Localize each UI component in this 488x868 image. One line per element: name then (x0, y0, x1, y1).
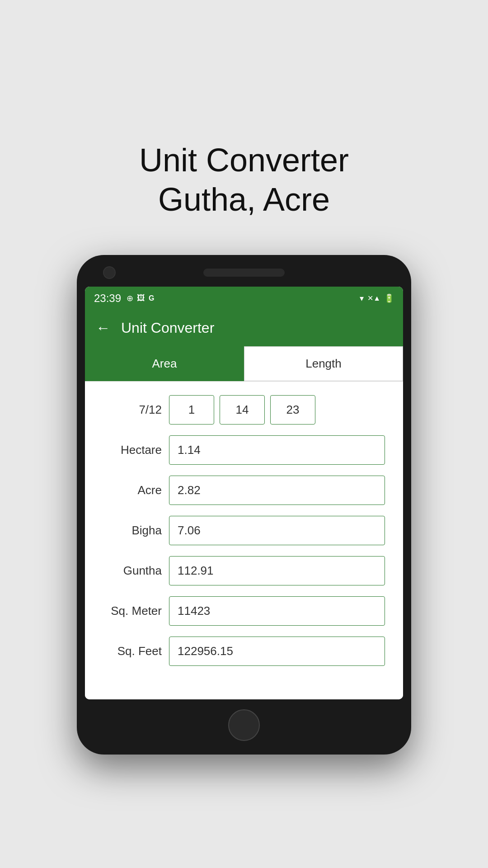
google-icon: G (149, 294, 154, 302)
converter-content: 7/12 Hectare Acre (85, 382, 403, 699)
acre-label: Acre (103, 483, 162, 497)
wifi-icon: ▾ (360, 293, 364, 303)
status-bar-left: 23:39 ⊕ 🖼 G (94, 292, 155, 305)
bigha-input[interactable] (169, 516, 385, 545)
sq-meter-input-wrapper (169, 596, 385, 626)
status-bar: 23:39 ⊕ 🖼 G ▾ ✕▲ 🔋 (85, 287, 403, 310)
phone-camera (103, 266, 116, 279)
hectare-row: Hectare (103, 435, 385, 465)
tab-bar: Area Length (85, 346, 403, 382)
sq-feet-row: Sq. Feet (103, 637, 385, 666)
battery-add-icon: ⊕ (127, 293, 133, 303)
guntha-input[interactable] (169, 556, 385, 585)
acre-input-wrapper (169, 476, 385, 505)
status-icons-left: ⊕ 🖼 G (127, 293, 154, 303)
bigha-input-wrapper (169, 516, 385, 545)
battery-level-icon: 🔋 (384, 293, 394, 303)
fraction-label: 7/12 (103, 403, 162, 417)
sq-meter-row: Sq. Meter (103, 596, 385, 626)
app-bar-title: Unit Converter (121, 320, 214, 336)
guntha-label: Guntha (103, 564, 162, 578)
phone-speaker (203, 269, 285, 277)
signal-icon: ✕▲ (367, 294, 380, 302)
guntha-row: Guntha (103, 556, 385, 585)
phone-device: 23:39 ⊕ 🖼 G ▾ ✕▲ 🔋 ← Unit Converter (77, 255, 411, 755)
hectare-input-wrapper (169, 435, 385, 465)
bigha-label: Bigha (103, 524, 162, 538)
hectare-input[interactable] (169, 435, 385, 465)
tab-area[interactable]: Area (85, 346, 244, 381)
fraction-row: 7/12 (103, 395, 385, 425)
phone-screen: 23:39 ⊕ 🖼 G ▾ ✕▲ 🔋 ← Unit Converter (85, 287, 403, 699)
page-title-line2: Gutha, Acre (139, 180, 349, 219)
tab-length[interactable]: Length (244, 346, 403, 381)
fraction-input-1[interactable] (169, 395, 214, 425)
phone-bottom (85, 709, 403, 741)
back-button[interactable]: ← (96, 320, 110, 336)
image-icon: 🖼 (137, 293, 145, 303)
fraction-input-3[interactable] (270, 395, 315, 425)
sq-feet-label: Sq. Feet (103, 644, 162, 658)
guntha-input-wrapper (169, 556, 385, 585)
home-button[interactable] (228, 709, 260, 741)
acre-input[interactable] (169, 476, 385, 505)
fraction-inputs (169, 395, 385, 425)
status-bar-right: ▾ ✕▲ 🔋 (360, 293, 394, 303)
sq-meter-label: Sq. Meter (103, 604, 162, 618)
status-time: 23:39 (94, 292, 121, 305)
fraction-input-2[interactable] (220, 395, 265, 425)
app-bar: ← Unit Converter (85, 310, 403, 346)
sq-feet-input-wrapper (169, 637, 385, 666)
page-title: Unit Converter Gutha, Acre (139, 141, 349, 219)
sq-meter-input[interactable] (169, 596, 385, 626)
phone-top-bar (85, 269, 403, 277)
sq-feet-input[interactable] (169, 637, 385, 666)
page-title-line1: Unit Converter (139, 141, 349, 179)
hectare-label: Hectare (103, 443, 162, 457)
acre-row: Acre (103, 476, 385, 505)
bigha-row: Bigha (103, 516, 385, 545)
